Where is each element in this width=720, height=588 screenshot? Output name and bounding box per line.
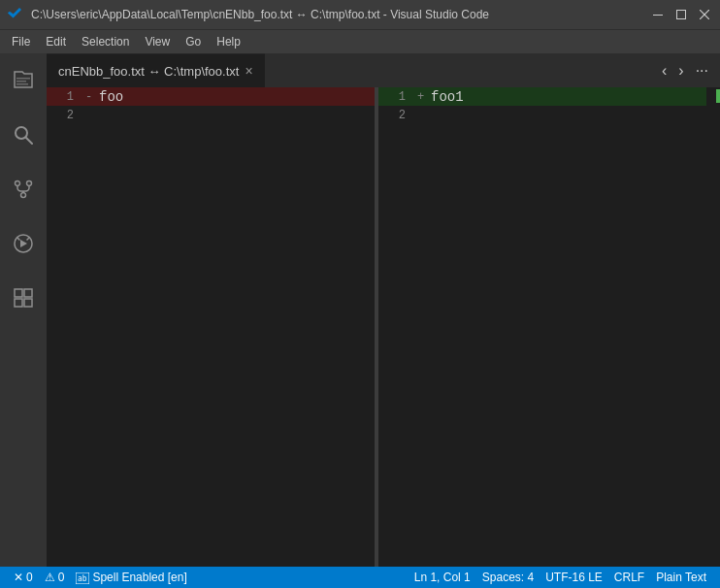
svg-line-14	[17, 238, 20, 241]
error-icon: ✕	[14, 571, 23, 584]
menu-help[interactable]: Help	[209, 33, 248, 50]
svg-rect-19	[24, 299, 32, 307]
line-content-left-1: foo	[99, 89, 123, 105]
minimize-button[interactable]	[650, 7, 666, 22]
language-label: Plain Text	[656, 571, 706, 584]
line-number-right-2: 2	[382, 109, 406, 122]
svg-rect-16	[15, 289, 22, 297]
activity-search[interactable]	[0, 112, 47, 158]
editor-area: cnENbb_foo.txt ↔ C:\tmp\foo.txt × ‹ › ··…	[47, 53, 720, 567]
tab-nav-forward[interactable]: ›	[674, 60, 687, 82]
svg-rect-0	[653, 15, 663, 16]
title-bar-left: C:\Users\eric\AppData\Local\Temp\cnENbb_…	[8, 7, 489, 22]
diff-line-right-1: 1 + foo1	[378, 87, 706, 106]
status-errors[interactable]: ✕ 0	[8, 571, 39, 584]
status-spell[interactable]: ab Spell Enabled [en]	[70, 571, 192, 584]
diff-pane-left: 1 - foo 2	[47, 87, 375, 567]
activity-source-control[interactable]	[0, 166, 47, 212]
position-label: Ln 1, Col 1	[414, 571, 471, 584]
status-warnings[interactable]: ⚠ 0	[39, 571, 71, 584]
tab-nav-more[interactable]: ···	[692, 60, 712, 82]
svg-rect-6	[16, 83, 28, 85]
title-bar: C:\Users\eric\AppData\Local\Temp\cnENbb_…	[0, 0, 720, 29]
activity-bar	[0, 53, 47, 567]
svg-point-11	[21, 193, 26, 198]
svg-rect-1	[677, 11, 686, 19]
diff-right-lines: 1 + foo1 2	[378, 87, 706, 567]
window-controls	[650, 7, 712, 22]
svg-line-8	[26, 138, 33, 145]
svg-rect-5	[16, 81, 26, 82]
activity-debug[interactable]	[0, 220, 47, 267]
diff-editor: 1 - foo 2	[47, 87, 720, 567]
line-marker-left-1: -	[85, 90, 99, 104]
warning-icon: ⚠	[45, 571, 55, 584]
window-title: C:\Users\eric\AppData\Local\Temp\cnENbb_…	[31, 8, 489, 21]
menu-go[interactable]: Go	[178, 33, 209, 50]
vscode-icon	[8, 7, 23, 22]
status-position[interactable]: Ln 1, Col 1	[409, 571, 476, 584]
status-language[interactable]: Plain Text	[650, 571, 712, 584]
line-marker-right-1: +	[417, 90, 431, 104]
svg-rect-18	[15, 299, 22, 307]
menu-file[interactable]: File	[4, 33, 38, 50]
line-number-right-1: 1	[382, 90, 406, 104]
spell-label: ab Spell Enabled [en]	[76, 571, 186, 584]
svg-text:ab: ab	[78, 574, 87, 583]
status-spaces[interactable]: Spaces: 4	[476, 571, 540, 584]
tab-label: cnENbb_foo.txt ↔ C:\tmp\foo.txt	[58, 64, 239, 79]
maximize-button[interactable]	[673, 7, 689, 22]
warning-count: 0	[58, 571, 65, 584]
tabs-bar: cnENbb_foo.txt ↔ C:\tmp\foo.txt × ‹ › ··…	[47, 53, 720, 87]
diff-left-lines: 1 - foo 2	[47, 87, 375, 567]
line-number-left-1: 1	[50, 90, 74, 104]
menu-view[interactable]: View	[137, 33, 178, 50]
spaces-label: Spaces: 4	[482, 571, 534, 584]
activity-explorer[interactable]	[0, 57, 47, 104]
status-bar-right: Ln 1, Col 1 Spaces: 4 UTF-16 LE CRLF Pla…	[409, 571, 712, 584]
tab-navigation: ‹ › ···	[658, 60, 720, 82]
diff-line-left-2: 2	[47, 106, 375, 124]
svg-rect-4	[16, 78, 30, 80]
activity-extensions[interactable]	[0, 275, 47, 321]
main-content: cnENbb_foo.txt ↔ C:\tmp\foo.txt × ‹ › ··…	[0, 53, 720, 567]
svg-point-9	[16, 181, 20, 186]
close-button[interactable]	[697, 7, 712, 22]
tab-nav-back[interactable]: ‹	[658, 60, 671, 82]
status-eol[interactable]: CRLF	[608, 571, 650, 584]
diff-line-left-1: 1 - foo	[47, 87, 375, 106]
svg-point-10	[27, 181, 32, 186]
menu-selection[interactable]: Selection	[74, 33, 137, 50]
status-bar: ✕ 0 ⚠ 0 ab Spell Enabled [en] Ln 1, Col …	[0, 567, 720, 588]
menu-bar: File Edit Selection View Go Help	[0, 29, 720, 53]
diff-pane-right: 1 + foo1 2	[378, 87, 706, 567]
error-count: 0	[26, 571, 33, 584]
svg-rect-17	[24, 289, 32, 297]
status-encoding[interactable]: UTF-16 LE	[540, 571, 608, 584]
right-scrollbar[interactable]	[706, 87, 720, 567]
eol-label: CRLF	[614, 571, 644, 584]
menu-edit[interactable]: Edit	[38, 33, 74, 50]
line-number-left-2: 2	[50, 109, 74, 122]
active-tab[interactable]: cnENbb_foo.txt ↔ C:\tmp\foo.txt ×	[47, 53, 265, 87]
diff-line-right-2: 2	[378, 106, 706, 124]
tab-close-button[interactable]: ×	[245, 63, 252, 79]
status-bar-left: ✕ 0 ⚠ 0 ab Spell Enabled [en]	[8, 571, 193, 584]
svg-line-15	[27, 238, 30, 241]
encoding-label: UTF-16 LE	[545, 571, 603, 584]
line-content-right-1: foo1	[431, 89, 464, 105]
